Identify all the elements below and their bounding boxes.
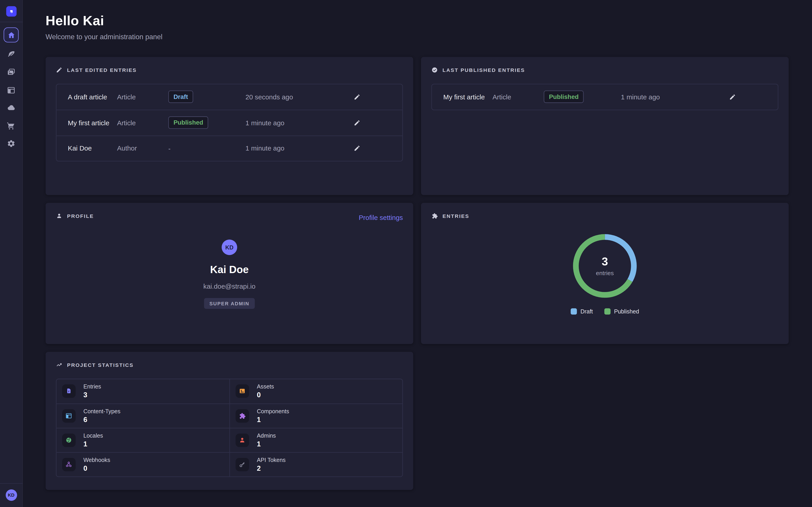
profile-avatar: KD: [222, 239, 237, 255]
trend-up-icon: [56, 362, 62, 368]
stat-value: 1: [84, 440, 103, 448]
entry-time: 1 minute ago: [245, 145, 342, 152]
entries-chart: 3 entries Draft Published: [431, 219, 778, 314]
panel-header: LAST PUBLISHED ENTRIES: [431, 67, 778, 73]
locales-icon: [65, 437, 72, 444]
sidebar-footer-divider: [0, 483, 22, 484]
edit-entry-button[interactable]: [354, 119, 360, 126]
stat-value: 0: [257, 391, 274, 399]
profile-panel: PROFILE Profile settings KD Kai Doe kai.…: [46, 203, 413, 344]
stat-cell-admins: Admins1: [230, 428, 402, 452]
entry-name: Kai Doe: [56, 145, 117, 152]
stat-value: 0: [84, 465, 110, 472]
stat-value: 1: [257, 440, 276, 448]
sidebar-item-content-type-builder[interactable]: [2, 81, 20, 99]
status-empty: -: [168, 145, 170, 152]
webhooks-icon: [65, 461, 72, 468]
sidebar: KD: [0, 0, 23, 507]
sidebar-item-marketplace[interactable]: [2, 117, 20, 135]
entry-type: Article: [492, 93, 544, 101]
stat-value: 6: [84, 416, 120, 424]
stat-value: 3: [84, 391, 101, 399]
table-row: My first article Article Published 1 min…: [432, 84, 778, 110]
cloud-icon: [7, 104, 15, 112]
status-badge: Published: [544, 91, 584, 103]
entry-time: 20 seconds ago: [245, 93, 342, 101]
cart-icon: [7, 121, 15, 130]
entry-time: 1 minute ago: [621, 93, 718, 101]
gear-icon: [7, 139, 15, 148]
entry-name: A draft article: [56, 93, 117, 101]
sidebar-item-media-library[interactable]: [2, 63, 20, 81]
stat-cell-webhooks: Webhooks0: [56, 452, 230, 476]
profile-name: Kai Doe: [210, 264, 249, 276]
main-content: Hello Kai Welcome to your administration…: [23, 0, 812, 507]
stat-label: Components: [257, 408, 289, 414]
panel-header: PROJECT STATISTICS: [56, 362, 403, 368]
panel-title: ENTRIES: [443, 213, 469, 219]
strapi-logo[interactable]: [6, 6, 16, 17]
components-icon: [239, 412, 246, 419]
stat-cell-locales: Locales1: [56, 428, 230, 452]
pencil-icon: [729, 94, 736, 100]
table-row: A draft article Article Draft 20 seconds…: [56, 84, 402, 110]
stats-grid: Entries3 Assets0 Content-Types6: [56, 378, 403, 477]
legend-swatch-draft: [571, 308, 577, 314]
feather-icon: [7, 50, 15, 59]
sidebar-item-content-manager[interactable]: [2, 46, 20, 63]
stat-cell-entries: Entries3: [56, 379, 230, 403]
stat-value: 2: [257, 465, 286, 472]
stat-cell-components: Components1: [230, 403, 402, 428]
chart-legend: Draft Published: [571, 308, 639, 314]
last-edited-entries-panel: LAST EDITED ENTRIES A draft article Arti…: [46, 57, 413, 195]
panel-header: ENTRIES: [431, 213, 778, 219]
puzzle-icon: [431, 213, 438, 219]
entries-unit: entries: [596, 270, 614, 276]
status-badge: Published: [168, 116, 208, 129]
content-types-icon: [65, 412, 72, 419]
sidebar-item-home[interactable]: [4, 27, 19, 43]
stat-label: Locales: [84, 433, 103, 439]
entries-icon: [65, 388, 72, 395]
status-badge: Draft: [168, 91, 193, 103]
page-title: Hello Kai: [46, 13, 789, 29]
table-row: My first article Article Published 1 min…: [56, 110, 402, 135]
edit-entry-button[interactable]: [354, 94, 360, 100]
profile-email: kai.doe@strapi.io: [203, 282, 256, 290]
edit-entry-button[interactable]: [729, 94, 736, 100]
entry-time: 1 minute ago: [245, 119, 342, 126]
last-published-table: My first article Article Published 1 min…: [431, 83, 778, 110]
pencil-icon: [354, 94, 360, 100]
admins-icon: [239, 437, 246, 444]
api-tokens-icon: [239, 461, 246, 468]
profile-settings-link[interactable]: Profile settings: [359, 214, 403, 221]
stat-label: Admins: [257, 433, 276, 439]
stat-cell-content-types: Content-Types6: [56, 403, 230, 428]
sidebar-item-settings[interactable]: [2, 135, 20, 153]
sidebar-item-deploy[interactable]: [2, 99, 20, 117]
person-icon: [56, 213, 62, 219]
strapi-mark-icon: [7, 8, 15, 15]
strapi-admin-app: KD Hello Kai Welcome to your administrat…: [0, 0, 812, 507]
entry-type: Article: [117, 93, 168, 101]
last-published-entries-panel: LAST PUBLISHED ENTRIES My first article …: [421, 57, 789, 195]
pencil-icon: [56, 67, 62, 73]
pencil-icon: [354, 119, 360, 126]
project-statistics-panel: PROJECT STATISTICS Entries3 Assets0: [46, 352, 413, 490]
last-edited-table: A draft article Article Draft 20 seconds…: [56, 83, 403, 162]
entry-type: Article: [117, 119, 168, 126]
legend-label: Published: [614, 308, 639, 314]
stat-label: Content-Types: [84, 408, 120, 414]
stat-value: 1: [257, 416, 289, 424]
legend-label: Draft: [580, 308, 593, 314]
layout-icon: [7, 86, 15, 95]
entries-panel: ENTRIES 3 entries: [421, 203, 789, 344]
pencil-icon: [354, 145, 360, 152]
panel-header: LAST EDITED ENTRIES: [56, 67, 403, 73]
edit-entry-button[interactable]: [354, 145, 360, 152]
panel-title: LAST EDITED ENTRIES: [67, 67, 137, 73]
check-circle-icon: [431, 67, 438, 73]
assets-icon: [239, 388, 246, 395]
sidebar-divider: [0, 22, 22, 22]
user-avatar[interactable]: KD: [5, 490, 17, 501]
